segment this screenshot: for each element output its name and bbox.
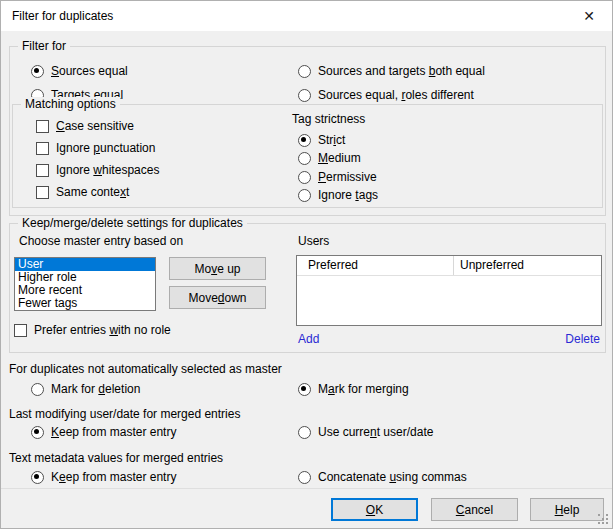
users-table: Preferred Unpreferred [296,255,602,326]
checkbox-box [36,186,49,199]
radio-circle [298,65,311,78]
titlebar[interactable]: Filter for duplicates ✕ [1,1,612,31]
radio-label: Sources and targets both equal [318,64,485,78]
metadata-section-label: Text metadata values for merged entries [9,451,223,465]
radio-use-current-user-date[interactable]: Use current user/date [298,425,433,439]
checkbox-label: Ignore whitespaces [56,163,159,177]
radio-circle [31,383,44,396]
radio-mark-for-deletion[interactable]: Mark for deletion [31,382,140,396]
radio-circle [31,65,44,78]
group-matching-options-label: Matching options [21,97,120,111]
radio-label: Permissive [318,170,377,184]
ok-button[interactable]: OK [331,498,418,521]
master-section-label: For duplicates not automatically selecte… [9,362,282,376]
radio-permissive[interactable]: Permissive [298,170,377,184]
radio-strict[interactable]: Strict [298,133,345,147]
checkbox-box [36,164,49,177]
tag-strictness-label: Tag strictness [292,112,365,126]
radio-label: Keep from master entry [51,470,176,484]
radio-circle [298,89,311,102]
column-header-unpreferred[interactable]: Unpreferred [454,256,601,275]
checkbox-label: Case sensitive [56,119,134,133]
radio-sources-equal-roles-different[interactable]: Sources equal, roles different [298,88,474,102]
close-icon[interactable]: ✕ [574,1,604,31]
checkbox-box [36,142,49,155]
radio-medium[interactable]: Medium [298,151,361,165]
radio-concatenate-commas[interactable]: Concatenate using commas [298,470,467,484]
radio-sources-targets-both-equal[interactable]: Sources and targets both equal [298,64,485,78]
modified-section-label: Last modifying user/date for merged entr… [9,407,240,421]
radio-label: Medium [318,151,361,165]
move-up-button[interactable]: Move up [169,257,266,280]
checkbox-label: Same context [56,185,129,199]
checkbox-label: Prefer entries with no role [34,323,171,337]
radio-label: Use current user/date [318,425,433,439]
group-keep-merge-delete-label: Keep/merge/delete settings for duplicate… [18,216,247,230]
radio-keep-from-master-user-date[interactable]: Keep from master entry [31,425,176,439]
filter-for-duplicates-dialog: Filter for duplicates ✕ Filter for Sourc… [0,0,613,529]
radio-ignore-tags[interactable]: Ignore tags [298,188,378,202]
checkbox-prefer-no-role[interactable]: Prefer entries with no role [14,323,171,337]
radio-sources-equal[interactable]: Sources equal [31,64,128,78]
cancel-button[interactable]: Cancel [431,498,518,521]
radio-circle [298,471,311,484]
checkbox-box [36,120,49,133]
radio-circle [298,426,311,439]
radio-label: Mark for deletion [51,382,140,396]
radio-circle [298,171,311,184]
radio-label: Strict [318,133,345,147]
window-title: Filter for duplicates [12,9,113,23]
choose-master-label: Choose master entry based on [19,234,183,248]
list-item[interactable]: Fewer tags [15,297,155,310]
radio-circle [31,426,44,439]
help-button[interactable]: Help [530,498,604,521]
radio-label: Concatenate using commas [318,470,467,484]
radio-label: Keep from master entry [51,425,176,439]
radio-circle [31,471,44,484]
checkbox-same-context[interactable]: Same context [36,185,129,199]
column-header-preferred[interactable]: Preferred [297,256,454,275]
radio-keep-from-master-metadata[interactable]: Keep from master entry [31,470,176,484]
radio-label: Mark for merging [318,382,409,396]
checkbox-case-sensitive[interactable]: Case sensitive [36,119,134,133]
radio-label: Ignore tags [318,188,378,202]
delete-link[interactable]: Delete [565,332,600,346]
add-link[interactable]: Add [298,332,319,346]
radio-label: Sources equal [51,64,128,78]
footer-divider [1,488,612,489]
radio-circle [298,134,311,147]
checkbox-box [14,324,27,337]
master-criteria-listbox[interactable]: User Higher role More recent Fewer tags [14,257,156,311]
checkbox-ignore-punctuation[interactable]: Ignore punctuation [36,141,155,155]
group-filter-for-label: Filter for [18,39,70,53]
radio-circle [298,189,311,202]
users-table-header: Preferred Unpreferred [297,256,601,276]
checkbox-label: Ignore punctuation [56,141,155,155]
resize-grip-icon[interactable] [597,513,609,525]
users-label: Users [298,234,329,248]
radio-label: Sources equal, roles different [318,88,474,102]
radio-circle [298,152,311,165]
checkbox-ignore-whitespaces[interactable]: Ignore whitespaces [36,163,159,177]
radio-mark-for-merging[interactable]: Mark for merging [298,382,409,396]
move-down-button[interactable]: Move down [169,286,266,309]
radio-circle [298,383,311,396]
